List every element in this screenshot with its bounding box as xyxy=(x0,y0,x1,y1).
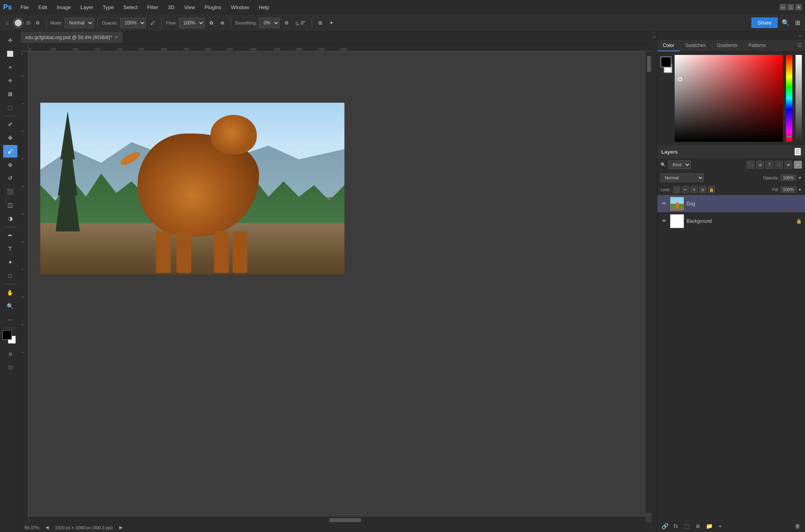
layer-visibility-bg[interactable]: 👁 xyxy=(660,218,668,225)
menu-view[interactable]: View xyxy=(180,3,199,12)
layer-link-button[interactable]: 🔗 xyxy=(660,522,669,530)
home-button[interactable]: ⌂ xyxy=(3,19,11,27)
angle-button[interactable]: ◺ 0° xyxy=(293,19,307,27)
menu-select[interactable]: Select xyxy=(119,3,141,12)
extra-button[interactable]: ✦ xyxy=(327,19,336,27)
hue-slider[interactable] xyxy=(786,55,792,142)
vertical-scrollbar-thumb[interactable] xyxy=(647,56,651,72)
frame-tool[interactable]: ⬚ xyxy=(3,101,17,114)
menu-plugins[interactable]: Plugins xyxy=(201,3,226,12)
filter-adjustment-icon[interactable]: ⊕ xyxy=(756,161,764,169)
symmetry-button[interactable]: ⊞ xyxy=(316,19,325,27)
filter-pixel-icon[interactable]: ⬛ xyxy=(747,161,754,169)
lock-all-icon[interactable]: 🔒 xyxy=(708,186,715,193)
mode-select[interactable]: Normal xyxy=(65,18,94,28)
fill-dropdown-icon[interactable]: ▼ xyxy=(798,188,802,192)
menu-image[interactable]: Image xyxy=(53,3,75,12)
lock-gradient-icon[interactable]: ✏ xyxy=(682,186,689,193)
foreground-color[interactable] xyxy=(2,330,12,340)
flow-select[interactable]: 100% xyxy=(179,18,205,28)
smoothing-select[interactable]: 0% xyxy=(259,18,280,28)
close-button[interactable]: ✕ xyxy=(796,4,802,10)
layer-effects-button[interactable]: fx xyxy=(671,522,680,530)
filter-type-icon[interactable]: T xyxy=(766,161,773,169)
color-panel-menu-button[interactable]: ☰ xyxy=(794,40,805,51)
text-tool[interactable]: T xyxy=(3,243,17,255)
pressure-opacity-button[interactable]: 🖊 xyxy=(148,19,158,27)
layer-delete-button[interactable]: 🗑 xyxy=(793,522,802,530)
layer-mask-button[interactable]: ⬚ xyxy=(683,522,691,530)
scroll-left-button[interactable]: ◀ xyxy=(45,525,49,530)
alpha-slider[interactable] xyxy=(796,55,802,142)
opacity-value[interactable]: 100% xyxy=(781,175,796,181)
maximize-button[interactable]: □ xyxy=(788,4,794,10)
object-select-tool[interactable]: ✳ xyxy=(3,74,17,87)
patterns-tab[interactable]: Patterns xyxy=(743,40,772,51)
vertical-scrollbar[interactable] xyxy=(646,51,651,513)
airbrush-button[interactable]: ✿ xyxy=(207,19,216,27)
layer-item-background[interactable]: 👁 Background 🔒 xyxy=(657,212,805,230)
more-tools-button[interactable]: ··· xyxy=(3,313,17,326)
menu-window[interactable]: Window xyxy=(227,3,253,12)
filter-smart-icon[interactable]: ★ xyxy=(784,161,792,169)
blend-mode-select[interactable]: Normal xyxy=(660,173,704,182)
clone-tool[interactable]: ⊕ xyxy=(3,158,17,171)
hand-tool[interactable]: ✋ xyxy=(3,286,17,299)
shape-tool[interactable]: □ xyxy=(3,269,17,282)
lock-artboard-icon[interactable]: ⊞ xyxy=(699,186,706,193)
history-brush-tool[interactable]: ↺ xyxy=(3,172,17,184)
layer-visibility-dog[interactable]: 👁 xyxy=(660,200,668,207)
brush-tool[interactable]: 🖌 xyxy=(3,145,17,158)
right-collapse-bar[interactable]: » xyxy=(651,32,657,532)
layer-new-button[interactable]: + xyxy=(716,522,724,530)
menu-3d[interactable]: 3D xyxy=(164,3,179,12)
lasso-tool[interactable]: ⌖ xyxy=(3,61,17,73)
pressure-flow-button[interactable]: ⊕ xyxy=(218,19,227,27)
opacity-select[interactable]: 100% xyxy=(120,18,146,28)
gradient-tool[interactable]: ◫ xyxy=(3,199,17,211)
filter-shape-icon[interactable]: □ xyxy=(775,161,783,169)
layers-filter-select[interactable]: Kind xyxy=(668,160,691,169)
lock-move-icon[interactable]: ✛ xyxy=(690,186,698,193)
canvas-viewport[interactable] xyxy=(28,51,651,523)
quick-mask-button[interactable]: ⊡ xyxy=(3,348,17,360)
screen-mode-button[interactable]: ⬛ xyxy=(3,361,17,374)
search-button[interactable]: 🔍 xyxy=(780,17,791,28)
menu-layer[interactable]: Layer xyxy=(77,3,98,12)
color-gradient-field[interactable] xyxy=(675,55,783,142)
smoothing-settings-button[interactable]: ⚙ xyxy=(282,19,291,27)
layer-adjustment-button[interactable]: ⊕ xyxy=(694,522,702,530)
horizontal-scrollbar[interactable] xyxy=(28,517,646,523)
menu-help[interactable]: Help xyxy=(255,3,273,12)
share-button[interactable]: Share xyxy=(751,17,778,28)
workspace-button[interactable]: ⊞ xyxy=(794,17,802,28)
eyedropper-tool[interactable]: ✐ xyxy=(3,118,17,131)
horizontal-scrollbar-thumb[interactable] xyxy=(329,518,361,522)
select-rect-tool[interactable]: ⬜ xyxy=(3,47,17,60)
crop-tool[interactable]: ⊠ xyxy=(3,88,17,100)
layer-item-dog[interactable]: 👁 Dog xyxy=(657,195,805,212)
filter-toggle-icon[interactable]: ● xyxy=(794,161,802,169)
menu-filter[interactable]: Filter xyxy=(143,3,162,12)
lock-pixels-icon[interactable]: ⬛ xyxy=(673,186,680,193)
brush-settings-button[interactable]: ⚙ xyxy=(33,19,42,27)
canvas-image[interactable] xyxy=(40,103,344,274)
dodge-tool[interactable]: ◑ xyxy=(3,212,17,225)
document-tab[interactable]: edu.gcfglobal.org.psd @ 59.4% (RGB/8)* ✕ xyxy=(21,32,123,43)
swatches-tab[interactable]: Swatches xyxy=(680,40,711,51)
heal-tool[interactable]: ✙ xyxy=(3,132,17,144)
pen-tool[interactable]: ✒ xyxy=(3,229,17,242)
scroll-right-button[interactable]: ▶ xyxy=(119,525,122,530)
opacity-dropdown-icon[interactable]: ▼ xyxy=(798,176,802,180)
zoom-tool[interactable]: 🔍 xyxy=(3,300,17,312)
layer-group-button[interactable]: 📁 xyxy=(705,522,713,530)
tab-close-button[interactable]: ✕ xyxy=(115,35,118,40)
eraser-tool[interactable]: ⬛ xyxy=(3,185,17,198)
minimize-button[interactable]: — xyxy=(780,4,786,10)
fill-value[interactable]: 100% xyxy=(781,186,796,193)
menu-edit[interactable]: Edit xyxy=(34,3,51,12)
move-tool[interactable]: ✛ xyxy=(3,34,17,47)
foreground-swatch[interactable] xyxy=(660,56,671,68)
menu-type[interactable]: Type xyxy=(99,3,118,12)
panel-collapse-top-button[interactable]: » xyxy=(797,33,803,39)
